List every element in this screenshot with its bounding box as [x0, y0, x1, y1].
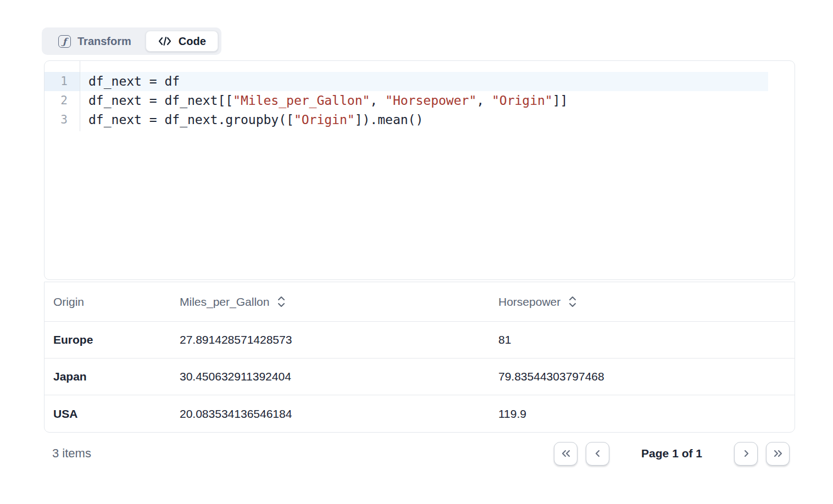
- pagination-controls: Page 1 of 1: [554, 442, 795, 466]
- code-line-content: df_next = df_next[["Miles_per_Gallon", "…: [80, 91, 568, 110]
- function-icon: ƒ: [58, 35, 71, 48]
- column-header-horsepower[interactable]: Horsepower: [490, 295, 795, 309]
- table-row[interactable]: USA 20.083534136546184 119.9: [45, 395, 795, 432]
- sort-updown-icon[interactable]: [568, 296, 577, 307]
- horsepower-cell: 81: [490, 333, 795, 346]
- sort-updown-icon[interactable]: [277, 296, 286, 307]
- tab-transform[interactable]: ƒ Transform: [45, 31, 145, 52]
- row-index-cell: USA: [45, 407, 171, 421]
- code-editor[interactable]: 1 df_next = df 2 df_next = df_next[["Mil…: [45, 61, 795, 130]
- last-page-button[interactable]: [766, 442, 790, 466]
- code-brackets-icon: [158, 36, 172, 47]
- horsepower-cell: 79.83544303797468: [490, 370, 795, 383]
- code-editor-panel[interactable]: 1 df_next = df 2 df_next = df_next[["Mil…: [44, 60, 795, 280]
- code-line-content: df_next = df_next.groupby(["Origin"]).me…: [80, 110, 423, 130]
- chevron-right-icon: [740, 449, 752, 458]
- tab-code[interactable]: Code: [146, 31, 218, 52]
- row-index-cell: Europe: [45, 333, 171, 346]
- miles-per-gallon-cell: 30.450632911392404: [171, 370, 490, 383]
- line-number: 1: [45, 72, 80, 91]
- column-header-miles-per-gallon[interactable]: Miles_per_Gallon: [171, 295, 490, 309]
- code-line[interactable]: 3 df_next = df_next.groupby(["Origin"]).…: [45, 110, 795, 130]
- miles-per-gallon-cell: 20.083534136546184: [171, 407, 490, 421]
- tab-code-label: Code: [179, 35, 206, 48]
- table-header-row: Origin Miles_per_Gallon Horsepower: [45, 282, 795, 322]
- horsepower-cell: 119.9: [490, 407, 795, 421]
- view-mode-toggle: ƒ Transform Code: [42, 27, 221, 55]
- row-index-cell: Japan: [45, 370, 171, 383]
- code-line[interactable]: 2 df_next = df_next[["Miles_per_Gallon",…: [45, 91, 795, 110]
- code-line[interactable]: 1 df_next = df: [45, 72, 795, 91]
- gutter-divider: [80, 61, 80, 131]
- result-table: Origin Miles_per_Gallon Horsepower Europ…: [44, 282, 795, 433]
- previous-page-button[interactable]: [586, 442, 609, 466]
- page-indicator: Page 1 of 1: [641, 447, 702, 460]
- items-count: 3 items: [44, 446, 91, 461]
- double-chevron-left-icon: [560, 449, 572, 458]
- table-footer: 3 items Page 1 of 1: [44, 439, 795, 468]
- code-line-content: df_next = df: [80, 72, 768, 91]
- first-page-button[interactable]: [554, 442, 577, 466]
- miles-per-gallon-cell: 27.891428571428573: [171, 333, 490, 346]
- tab-transform-label: Transform: [77, 35, 131, 48]
- column-header-origin: Origin: [45, 295, 171, 309]
- line-number: 2: [45, 91, 80, 110]
- double-chevron-right-icon: [772, 449, 784, 458]
- chevron-left-icon: [592, 449, 604, 458]
- line-number: 3: [45, 110, 80, 130]
- next-page-button[interactable]: [734, 442, 758, 466]
- table-row[interactable]: Europe 27.891428571428573 81: [45, 322, 795, 359]
- table-row[interactable]: Japan 30.450632911392404 79.835443037974…: [45, 359, 795, 395]
